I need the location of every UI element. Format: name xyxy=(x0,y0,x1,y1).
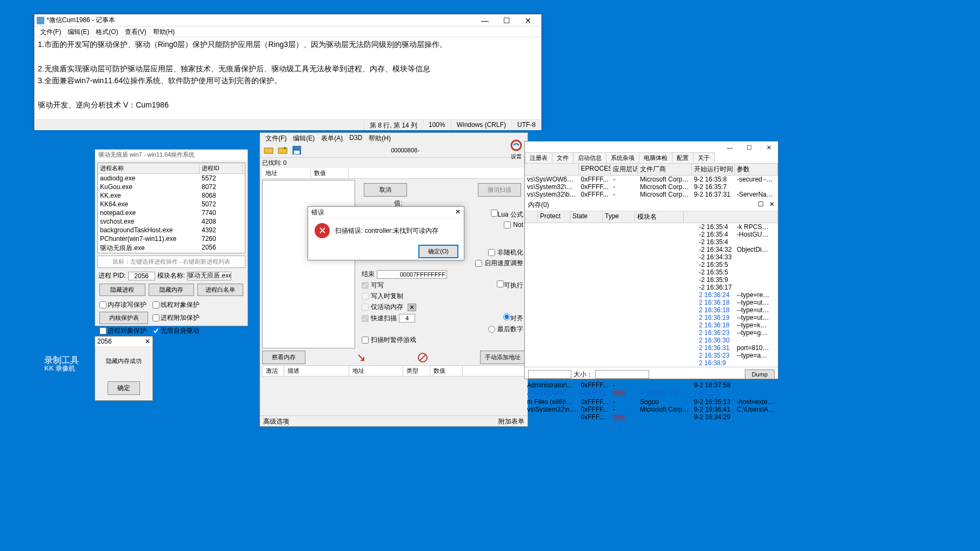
settings-label[interactable]: 设置 xyxy=(507,153,525,160)
col-process-name[interactable]: 进程名称 xyxy=(98,163,199,173)
memory-list[interactable] xyxy=(525,223,697,326)
last-digit-radio[interactable] xyxy=(488,326,495,333)
fast-scan-input[interactable] xyxy=(399,314,415,322)
table-row[interactable]: -2 16:35:9 xyxy=(697,276,778,284)
process-row[interactable]: KuGou.exe8072 xyxy=(98,183,245,191)
kernel-protect-button[interactable]: 内核保护表 xyxy=(99,312,148,324)
process-row[interactable]: backgroundTaskHost.exe4392 xyxy=(98,226,245,234)
forbid-icon[interactable] xyxy=(417,352,428,363)
process-row[interactable]: KK.exe8068 xyxy=(98,191,245,200)
align-radio[interactable] xyxy=(503,313,510,320)
maximize-button[interactable]: ☐ xyxy=(740,142,758,152)
process-row[interactable]: svchost.exe4208 xyxy=(98,217,245,226)
tab-about[interactable]: 关于 xyxy=(693,152,715,163)
close-icon[interactable]: ✕ xyxy=(455,208,461,217)
hide-memory-button[interactable]: 隐藏内存 xyxy=(149,284,195,296)
table-row[interactable]: -2 16:34:32ObjectDirector... xyxy=(697,246,778,253)
hide-process-button[interactable]: 隐藏进程 xyxy=(99,284,145,296)
table-row[interactable]: -2 16:34:33 xyxy=(697,253,778,261)
settings-icon[interactable] xyxy=(510,139,522,151)
tab-startup[interactable]: 启动信息 xyxy=(573,152,606,163)
menu-edit[interactable]: 编辑(E) xyxy=(64,26,92,37)
minimize-button[interactable]: — xyxy=(474,15,496,26)
table-row[interactable]: 2 16:36:18--type=kgservic... xyxy=(697,321,778,329)
proc-obj-checkbox[interactable]: 进程对象保护 xyxy=(99,326,148,335)
close-button[interactable]: ✕ xyxy=(517,15,539,26)
table-row[interactable]: 2 16:35:23--type=assista... xyxy=(697,352,778,359)
pch-top-table[interactable]: vs\SysWOW64\wbem\W...0xFFFF...-Microsoft… xyxy=(525,176,778,199)
pch-bottom-table[interactable]: Administrator\Desktop\...0xFFFF...-9-2 1… xyxy=(525,381,778,424)
table-row[interactable]: vs\System32\wbem\Wmi...0xFFFF...-Microso… xyxy=(525,183,778,191)
scan-menu-file[interactable]: 文件(F) xyxy=(262,133,290,143)
col-desc[interactable]: 描述 xyxy=(284,366,349,376)
col-active[interactable]: 激活 xyxy=(263,366,284,376)
save-icon[interactable] xyxy=(290,144,303,157)
table-row[interactable]: 2 16:36:30 xyxy=(697,337,778,344)
mem-rw-checkbox[interactable]: 内存读写保护 xyxy=(99,300,148,310)
scan-menu-edit[interactable]: 编辑(E) xyxy=(290,133,318,143)
tab-config[interactable]: 配置 xyxy=(672,152,694,163)
table-row[interactable]: Administrator\Desktop\P...0xFFFF...拒绝一普明… xyxy=(525,389,778,398)
maximize-button[interactable]: ☐ xyxy=(496,15,517,26)
panel-max-icon[interactable]: ☐ xyxy=(758,200,764,208)
notepad-textarea[interactable]: 1.市面的开发写的驱动保护、驱动（Ring0层）保护只能防护应用层（Ring3层… xyxy=(35,37,541,119)
process-row[interactable]: 驱动无痕盾.exe2056 xyxy=(98,243,245,253)
active-mem-checkbox[interactable] xyxy=(362,304,369,311)
col-val[interactable]: 数值 xyxy=(430,366,463,376)
lua-checkbox[interactable] xyxy=(491,210,498,217)
writable-checkbox[interactable] xyxy=(362,282,369,289)
notepad-titlebar[interactable]: *微信Cum1986 - 记事本 — ☐ ✕ xyxy=(35,15,541,26)
proc-extra-checkbox[interactable]: 进程附加保护 xyxy=(152,312,201,324)
scan-result-list[interactable] xyxy=(262,180,355,348)
whitelist-button[interactable]: 进程白名单 xyxy=(197,284,243,296)
process-row[interactable]: audiodg.exe5572 xyxy=(98,174,245,183)
scan-menu-form[interactable]: 表单(A) xyxy=(318,133,346,143)
view-memory-button[interactable]: 察看内存 xyxy=(262,351,305,364)
col-type[interactable]: 类型 xyxy=(403,366,430,376)
dump-addr-input[interactable] xyxy=(528,370,571,379)
pchunter-titlebar[interactable]: — ☐ ✕ xyxy=(525,142,778,152)
not-checkbox[interactable] xyxy=(504,221,511,229)
undo-scan-button[interactable]: 撤消扫描 xyxy=(478,183,521,197)
close-icon[interactable]: ✕ xyxy=(145,338,150,345)
fast-scan-checkbox[interactable] xyxy=(362,315,369,322)
menu-file[interactable]: 文件(F) xyxy=(37,26,64,37)
tab-file[interactable]: 文件 xyxy=(552,152,574,163)
col-addr[interactable]: 地址 xyxy=(349,366,403,376)
table-row[interactable]: 2 16:36:19--type=utility -... xyxy=(697,314,778,321)
panel-close-icon[interactable]: ✕ xyxy=(769,200,775,208)
table-row[interactable]: 0xFFFFF...拒绝9-2 16:34:29 xyxy=(525,413,778,422)
driver-shield-title[interactable]: 驱动无痕盾 win7 - win11.64操作系统 xyxy=(95,150,248,160)
table-row[interactable]: vs\System32\backgroun...0xFFFF...-Micros… xyxy=(525,191,778,198)
thread-obj-checkbox[interactable]: 线程对象保护 xyxy=(152,300,201,310)
scan-menu-d3d[interactable]: D3D xyxy=(346,133,365,143)
process-list[interactable]: 进程名称 进程ID audiodg.exe5572KuGou.exe8072KK… xyxy=(97,163,245,253)
tab-system[interactable]: 系统杂项 xyxy=(606,152,639,163)
pause-game-checkbox[interactable] xyxy=(362,337,369,344)
pid-input[interactable] xyxy=(128,272,155,280)
speed-checkbox[interactable] xyxy=(475,260,482,267)
nonrandom-checkbox[interactable] xyxy=(488,249,495,256)
error-titlebar[interactable]: 错误 ✕ xyxy=(308,207,464,219)
cancel-scan-button[interactable]: 取消 xyxy=(364,183,407,197)
table-row[interactable]: m Files (x86)\Sogou\Sog...0xFFFF...-Sogo… xyxy=(525,398,778,406)
dump-size-input[interactable] xyxy=(595,370,649,379)
menu-view[interactable]: 查看(V) xyxy=(122,26,150,37)
new-icon[interactable] xyxy=(276,144,289,157)
manual-add-button[interactable]: 手动添加地址 xyxy=(480,351,525,364)
module-input[interactable] xyxy=(187,272,231,280)
menu-help[interactable]: 帮助(H) xyxy=(150,26,178,37)
table-row[interactable]: 2 16:36:31port=8100,mo... xyxy=(697,344,778,352)
table-row[interactable]: -2 16:35:4-HostGUID:{1... xyxy=(697,231,778,238)
self-driver-checkbox[interactable]: 无痕自身驱动 xyxy=(152,326,201,335)
tab-registry[interactable]: 注册表 xyxy=(525,152,552,163)
table-row[interactable]: 2 16:38:9 xyxy=(697,359,778,367)
col-process-id[interactable]: 进程ID xyxy=(199,163,243,173)
table-row[interactable]: vs\SysWOW64\wbem\W...0xFFFF...-Microsoft… xyxy=(525,176,778,183)
close-button[interactable]: ✕ xyxy=(759,142,778,152)
menu-format[interactable]: 格式(O) xyxy=(92,26,121,37)
table-row[interactable]: 2 16:36:23--type=gpu-pr... xyxy=(697,329,778,337)
result-ok-button[interactable]: 确定 xyxy=(108,381,140,395)
result-titlebar[interactable]: 2056 ✕ xyxy=(95,337,152,346)
scan-menu-help[interactable]: 帮助(H) xyxy=(365,133,394,143)
